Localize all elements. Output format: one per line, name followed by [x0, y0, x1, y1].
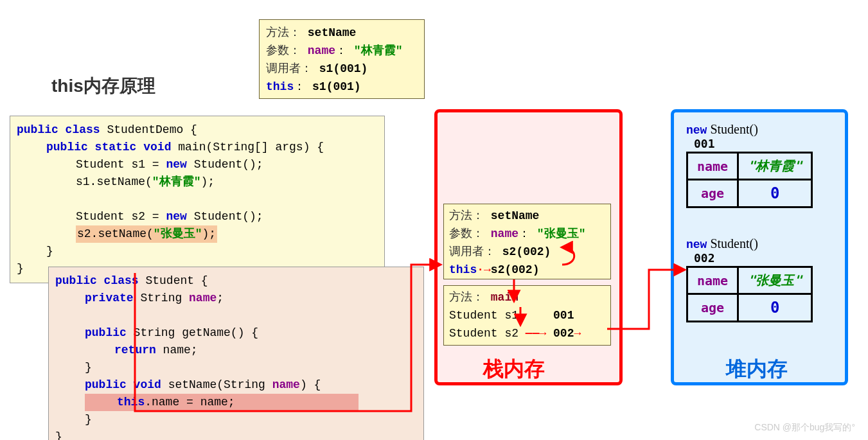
- heap-label: 堆内存: [726, 355, 788, 383]
- heap-object-001: new Student() 001 name"林青霞" age0: [686, 122, 813, 208]
- stack-label: 栈内存: [483, 355, 545, 383]
- lbl: 方法：: [266, 26, 301, 39]
- code-student: public class Student { private String na…: [48, 267, 424, 440]
- lbl: 参数：: [266, 44, 301, 57]
- highlighted-line: this.name = name;: [85, 394, 359, 411]
- object-fields: name"林青霞" age0: [686, 152, 813, 208]
- stack-frame-main: 方法： main Student s1 001 Student s2 ——→ 0…: [443, 285, 611, 346]
- call-info-s1: 方法： setName 参数： name： "林青霞" 调用者： s1(001)…: [259, 19, 425, 99]
- heap-object-002: new Student() 002 name"张曼玉" age0: [686, 236, 813, 322]
- diagram-title: this内存原理: [51, 74, 155, 98]
- method-name: setName: [308, 26, 357, 39]
- object-fields: name"张曼玉" age0: [686, 266, 813, 322]
- code-studentdemo: public class StudentDemo { public static…: [10, 116, 385, 283]
- lbl: 调用者：: [266, 62, 312, 75]
- stack-frame-setname: 方法： setName 参数： name： "张曼玉" 调用者： s2(002)…: [443, 204, 611, 279]
- highlighted-line: s2.setName("张曼玉");: [76, 225, 217, 243]
- watermark: CSDN @那个bug我写的°: [754, 422, 855, 434]
